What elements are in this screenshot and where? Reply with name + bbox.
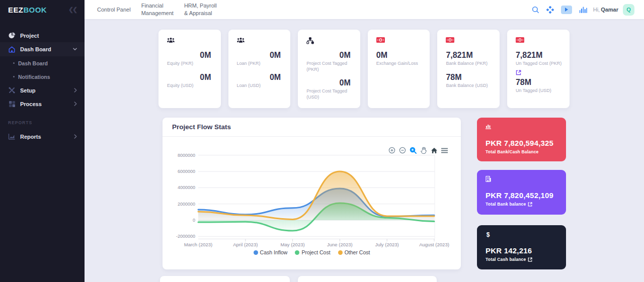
chart-header: Project Flow Stats [163,118,461,137]
sidebar-subitem-dash-board[interactable]: Dash Board [0,56,85,70]
sidebar-collapse-icon[interactable]: ❮❮ [68,6,76,13]
stat-label: Exchange Gain/Loss [376,61,424,67]
tab-hrm-payroll-appraisal[interactable]: HRM, Payroll & Appraisal [184,2,217,17]
sidebar-item-project[interactable]: Project [0,29,85,42]
summary-value: PKR 142,216 [486,246,557,255]
legend-item-cash-inflow[interactable]: Cash Inflow [254,249,288,255]
tab-financial-management[interactable]: Financial Management [141,2,174,17]
x-tick-label: April (2023) [233,242,258,247]
x-tick-label: August (2023) [419,242,449,247]
search-icon[interactable] [532,6,539,14]
stat-label: Un Tagged Cost (PKR) [516,61,563,67]
stat-label: Project Cost Tagged (USD) [306,88,354,100]
sidebar-item-setup[interactable]: Setup [0,83,85,97]
legend-item-project-cost[interactable]: Project Cost [295,249,330,255]
menu-icon[interactable] [441,148,448,153]
sidebar-item-reports[interactable]: Reports [0,130,85,143]
tools-icon [8,86,16,94]
sidebar-item-process[interactable]: Process [0,97,85,111]
sidebar: EEZBOOK ❮❮ ProjectDash BoardDash BoardNo… [0,0,85,282]
y-tick-label: -2000000 [176,234,195,239]
stat-label: Bank Balance (USD) [446,83,493,89]
user-greeting[interactable]: Hi,Qamar [593,7,618,13]
greeting-prefix: Hi, [593,7,600,13]
user-name: Qamar [601,7,618,13]
stat-value: 0M [167,51,214,60]
sitemap-icon [306,37,354,44]
stat-card-exchange-gain-loss: 0MExchange Gain/Loss [368,30,430,108]
stat-rows: 0MProject Cost Tagged (PKR)0MProject Cos… [306,51,354,100]
sidebar-subitem-notifications[interactable]: Notifications [0,70,85,83]
external-link-icon[interactable] [516,70,563,76]
logo-accent: BOOK [23,6,47,14]
sidebar-section-reports: REPORTS [0,120,85,126]
apps-icon[interactable] [546,6,554,14]
bottom-card-2 [298,276,437,282]
external-link-icon[interactable] [528,257,532,262]
summary-label: Total Bank balance [486,202,557,207]
zoom-in-icon[interactable] [388,147,395,154]
topbar: Control PanelFinancial ManagementHRM, Pa… [85,0,644,19]
stats-row: 0MEquity (PKR)0MEquity (USD)0MLoan (PKR)… [158,30,570,108]
legend-dot-icon [254,250,258,255]
chart-title: Project Flow Stats [172,123,231,131]
summary-card-total-bank-balance[interactable]: PKR 7,820,452,109Total Bank balance [477,170,566,215]
stat-value: 78M [516,78,563,87]
stats-bars-icon[interactable] [579,6,587,14]
project-flow-stats-card: Project Flow Stats -20000000200000040000… [163,118,461,269]
x-tick-label: March (2023) [184,242,213,247]
selection-zoom-icon[interactable] [410,147,417,154]
pan-icon[interactable] [420,147,427,154]
svg-text:$: $ [487,231,490,238]
sidebar-subitem-label: Notifications [18,74,50,80]
chevron-down-icon [73,48,77,51]
stat-label: Un Tagged (USD) [516,88,563,94]
users-icon [167,37,214,44]
bullet-dot-icon [13,62,15,64]
bullet-dot-icon [13,76,15,77]
stat-rows: 7,821MBank Balance (PKR)78MBank Balance … [446,51,493,88]
stat-card-project-cost-tagged-pkr-: 0MProject Cost Tagged (PKR)0MProject Cos… [298,30,360,108]
stat-value: 0M [376,51,424,60]
grid-icon [8,100,16,108]
external-link-icon[interactable] [528,202,532,207]
zoom-out-icon[interactable] [399,147,406,154]
summary-label: Total Bank/Cash Balance [486,149,557,154]
stat-label: Loan (PKR) [237,61,284,67]
x-tick-label: June (2023) [327,242,353,247]
stat-card-bank-balance-pkr-: 7,821MBank Balance (PKR)78MBank Balance … [437,30,500,108]
chevron-right-icon [74,134,77,139]
stat-label: Bank Balance (PKR) [446,61,493,67]
legend-item-other-cost[interactable]: Other Cost [338,249,370,255]
bar-chart-icon [486,124,557,130]
legend-label: Project Cost [301,249,330,255]
summary-value: PKR 7,820,594,325 [486,139,557,147]
home-icon [8,46,16,53]
logo-row: EEZBOOK ❮❮ [0,0,85,19]
pie-chart-icon [8,32,16,39]
sidebar-item-dash-board[interactable]: Dash Board [0,42,85,56]
stat-rows: 0MEquity (PKR)0MEquity (USD) [167,51,214,88]
mid-row: Project Flow Stats -20000000200000040000… [158,118,570,269]
banknote-icon [446,37,493,44]
stat-value: 0M [237,73,284,82]
legend-label: Other Cost [345,249,370,255]
tab-control-panel[interactable]: Control Panel [97,6,131,14]
avatar[interactable]: Q [623,4,634,16]
y-tick-label: 2000000 [178,202,195,207]
summary-label: Total Cash balance [486,257,557,262]
app-logo[interactable]: EEZBOOK [8,6,47,14]
sidebar-item-label: Reports [20,134,41,140]
stat-label: Loan (USD) [237,83,284,89]
home-reset-icon[interactable] [431,147,438,154]
summary-card-total-cash-balance[interactable]: $PKR 142,216Total Cash balance [477,225,566,269]
topbar-right: Hi,Qamar Q [525,4,634,16]
chart-legend: Cash InflowProject CostOther Cost [163,249,461,255]
stat-value: 0M [306,78,354,87]
video-play-icon[interactable] [561,6,572,14]
y-tick-label: 0 [193,218,195,223]
summary-card-total-bank-cash-balance[interactable]: PKR 7,820,594,325Total Bank/Cash Balance [477,118,566,161]
bank-icon [486,176,557,182]
bottom-card-1 [160,276,290,282]
chart-toolbar [388,147,448,154]
